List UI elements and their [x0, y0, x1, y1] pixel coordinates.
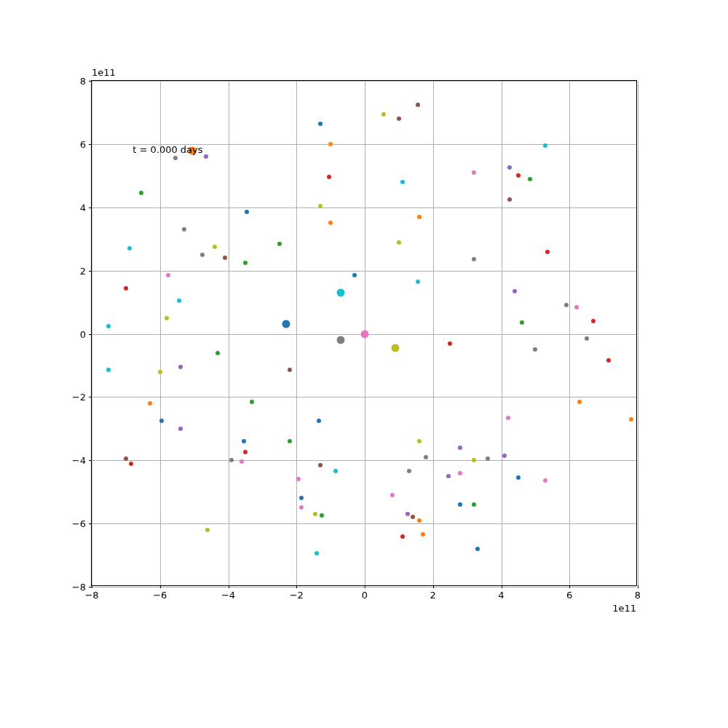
- scatter-point: [472, 257, 476, 261]
- scatter-point: [458, 502, 462, 507]
- scatter-plot-axes: 1e11 −8−6−4−202468−8−6−4−202468 t = 0.00…: [91, 80, 637, 586]
- scatter-point: [416, 103, 420, 107]
- scatter-point: [400, 180, 405, 184]
- scatter-point: [320, 513, 324, 518]
- x-tick: [160, 585, 161, 588]
- scatter-point: [397, 240, 401, 245]
- scatter-point: [318, 122, 323, 126]
- y-tick: [89, 460, 92, 461]
- scatter-point: [417, 518, 422, 523]
- scatter-point: [475, 547, 480, 551]
- scatter-point: [407, 469, 411, 473]
- x-tick: [296, 585, 297, 588]
- grid-line-v: [502, 81, 502, 585]
- y-tick-label: −6: [72, 518, 86, 529]
- scatter-point: [446, 474, 451, 478]
- scatter-point: [328, 142, 333, 146]
- scatter-point: [165, 316, 169, 320]
- scatter-point: [173, 156, 178, 160]
- grid-line-h: [92, 207, 636, 208]
- scatter-point: [405, 512, 410, 516]
- y-tick: [89, 81, 92, 82]
- scatter-point: [288, 439, 292, 443]
- y-tick: [89, 523, 92, 524]
- scatter-point: [397, 116, 401, 121]
- scatter-point: [106, 368, 111, 372]
- scatter-point: [314, 551, 319, 555]
- x-tick-label: 8: [635, 590, 641, 601]
- scatter-point: [178, 365, 183, 369]
- scatter-point: [129, 462, 133, 466]
- scatter-point: [240, 459, 244, 464]
- scatter-point: [178, 427, 183, 431]
- scatter-point: [416, 280, 420, 284]
- scatter-point: [106, 324, 111, 328]
- scatter-point: [277, 242, 282, 246]
- scatter-point: [250, 400, 254, 404]
- scatter-point: [318, 463, 323, 467]
- y-tick-label: −2: [72, 392, 86, 403]
- grid-line-v: [296, 81, 297, 585]
- scatter-point: [243, 261, 248, 265]
- y-tick-label: 8: [80, 76, 86, 87]
- y-axis-offset-label: 1e11: [92, 67, 116, 78]
- y-tick: [89, 271, 92, 272]
- scatter-point: [516, 475, 521, 480]
- scatter-point: [577, 400, 582, 404]
- grid-line-v: [569, 81, 570, 585]
- scatter-point: [458, 446, 462, 450]
- y-tick-label: 4: [80, 202, 86, 213]
- scatter-point: [606, 358, 611, 363]
- time-annotation: t = 0.000 days: [132, 144, 202, 155]
- y-tick: [89, 397, 92, 397]
- scatter-point: [533, 347, 537, 352]
- scatter-point: [361, 330, 369, 338]
- scatter-point: [182, 227, 186, 232]
- scatter-point: [513, 289, 517, 293]
- scatter-point: [158, 370, 162, 374]
- x-tick: [502, 585, 502, 588]
- grid-line-v: [638, 81, 638, 585]
- scatter-point: [564, 303, 569, 307]
- y-tick-label: 2: [80, 265, 86, 276]
- scatter-point: [223, 256, 227, 260]
- scatter-point: [458, 471, 462, 475]
- y-tick: [89, 207, 92, 208]
- x-tick: [638, 585, 638, 588]
- grid-line-v: [229, 81, 229, 585]
- y-tick: [89, 334, 92, 335]
- grid-line-h: [92, 587, 636, 587]
- scatter-point: [337, 289, 345, 297]
- grid-line-v: [433, 81, 434, 585]
- grid-line-v: [160, 81, 161, 585]
- x-tick: [569, 585, 570, 588]
- scatter-point: [424, 455, 428, 459]
- scatter-point: [213, 245, 217, 249]
- scatter-point: [381, 112, 386, 116]
- scatter-point: [390, 493, 395, 497]
- x-tick-label: 4: [498, 590, 504, 601]
- scatter-point: [520, 320, 524, 325]
- x-axis-offset-label: 1e11: [612, 603, 636, 614]
- scatter-point: [333, 469, 338, 473]
- x-tick-label: −8: [84, 590, 98, 601]
- scatter-point: [392, 344, 400, 352]
- scatter-point: [506, 416, 510, 420]
- scatter-point: [629, 417, 633, 422]
- scatter-point: [417, 439, 422, 443]
- scatter-point: [472, 458, 476, 462]
- scatter-point: [591, 319, 596, 323]
- scatter-point: [243, 450, 248, 454]
- scatter-point: [124, 286, 128, 290]
- grid-line-h: [92, 271, 636, 272]
- scatter-point: [472, 502, 476, 507]
- grid-line-h: [92, 523, 636, 524]
- scatter-point: [215, 351, 220, 355]
- scatter-point: [200, 253, 205, 257]
- scatter-point: [543, 478, 547, 483]
- x-tick-label: −4: [221, 590, 235, 601]
- y-tick-label: 0: [80, 328, 86, 339]
- scatter-point: [245, 210, 249, 214]
- scatter-point: [159, 419, 164, 423]
- y-tick-label: 6: [80, 138, 86, 149]
